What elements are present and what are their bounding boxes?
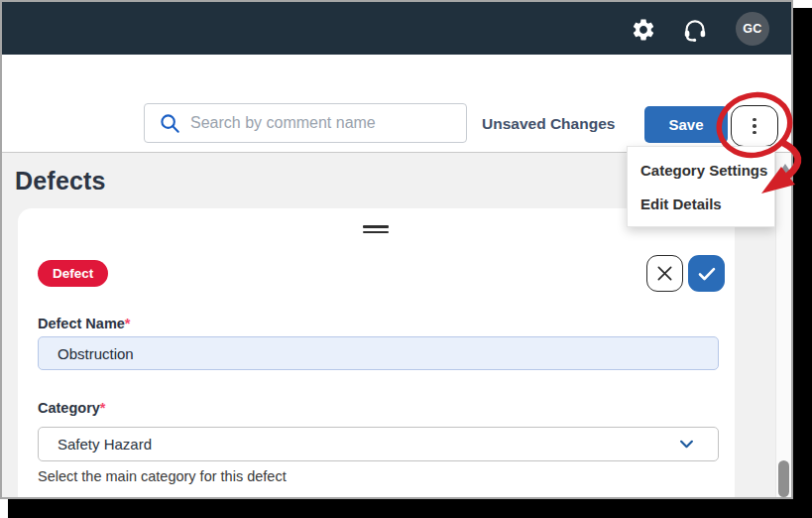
kebab-menu-icon (753, 118, 756, 122)
menu-item-edit-details[interactable]: Edit Details (628, 187, 774, 220)
category-label: Category* (38, 400, 106, 416)
check-icon (698, 267, 716, 281)
cancel-button[interactable] (646, 255, 683, 292)
category-selected-value: Safety Hazard (58, 436, 152, 453)
drag-handle[interactable] (363, 225, 389, 236)
settings-gear-icon[interactable] (631, 17, 656, 43)
defect-name-input[interactable] (38, 336, 719, 370)
save-button[interactable]: Save (644, 106, 728, 143)
search-input[interactable] (190, 114, 458, 132)
category-select[interactable]: Safety Hazard (38, 427, 719, 461)
vertical-scrollbar[interactable] (775, 153, 791, 497)
more-actions-button[interactable] (731, 105, 778, 147)
top-navbar: GC (2, 2, 791, 55)
defect-name-label: Defect Name* (38, 316, 131, 331)
defect-type-badge: Defect (38, 260, 108, 287)
close-icon (656, 265, 673, 282)
user-avatar[interactable]: GC (736, 12, 769, 46)
window-shadow-right (793, 8, 812, 518)
menu-item-category-settings[interactable]: Category Settings (628, 153, 774, 187)
more-actions-menu: Category Settings Edit Details (627, 146, 775, 227)
scrollbar-thumb[interactable] (778, 460, 789, 497)
search-icon (159, 112, 180, 134)
support-headset-icon[interactable] (682, 17, 708, 43)
window-shadow-bottom (8, 499, 793, 518)
scroll-up-arrow-icon[interactable] (779, 164, 791, 173)
unsaved-changes-status: Unsaved Changes (482, 115, 615, 133)
defect-card: Defect Defect Name* Category* Safety Haz… (18, 208, 735, 497)
category-helper-text: Select the main category for this defect (38, 468, 287, 484)
search-box (144, 103, 467, 143)
confirm-button[interactable] (688, 255, 725, 292)
app-window: GC Unsaved Changes Save Defects Defect D… (0, 0, 793, 499)
required-marker: * (125, 316, 131, 331)
page-title: Defects (15, 167, 106, 195)
chevron-down-icon (679, 440, 694, 449)
required-marker: * (100, 400, 106, 416)
